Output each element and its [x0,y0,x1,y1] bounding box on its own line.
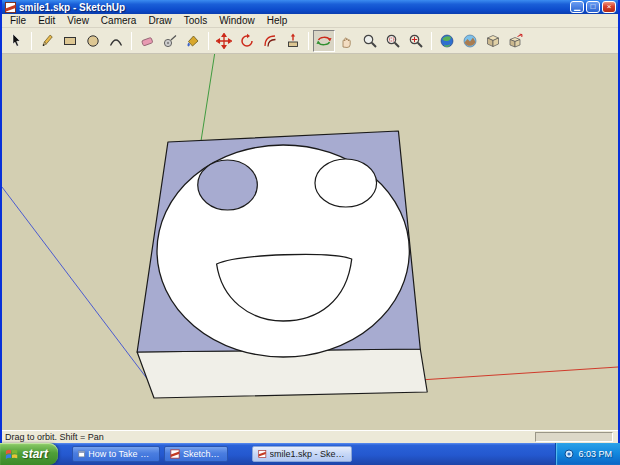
status-bar: Drag to orbit. Shift = Pan [2,430,618,443]
model-viewport[interactable] [2,54,618,430]
menu-camera[interactable]: Camera [95,15,143,26]
select-icon [8,33,24,49]
terrain-globe-icon [462,33,478,49]
taskbar-button-browser[interactable]: How to Take a Scree... [72,446,160,462]
start-label: start [22,447,48,461]
taskbar-clock[interactable]: 6:03 PM [578,449,612,459]
taskbar-button-smile1-active[interactable]: smile1.skp - SketchUp [252,446,352,462]
minimize-button[interactable]: ▁ [570,1,584,13]
tape-measure-tool-button[interactable] [159,30,181,52]
sketchup-window: smile1.skp - SketchUp ▁ □ × File Edit Vi… [0,0,620,443]
rectangle-icon [62,33,78,49]
menu-file[interactable]: File [4,15,32,26]
orbit-tool-button[interactable] [313,30,335,52]
zoom-extents-tool-button[interactable] [405,30,427,52]
pencil-icon [39,33,55,49]
taskbar-button-label: SketchUp [183,449,222,459]
paint-bucket-icon [185,33,201,49]
smiley-right-eye[interactable] [315,159,377,207]
circle-icon [85,33,101,49]
add-location-tool-button[interactable] [436,30,458,52]
toolbar-separator [131,32,132,50]
drawing-canvas[interactable] [2,54,618,430]
toolbar-separator [308,32,309,50]
menu-bar: File Edit View Camera Draw Tools Window … [2,14,618,28]
move-icon [216,33,232,49]
component-box-icon [485,33,501,49]
menu-draw[interactable]: Draw [142,15,177,26]
sketchup-icon [170,449,180,459]
title-bar[interactable]: smile1.skp - SketchUp ▁ □ × [2,0,618,14]
eraser-icon [139,33,155,49]
toolbar-separator [431,32,432,50]
tape-measure-icon [162,33,178,49]
toolbar-separator [208,32,209,50]
windows-flag-icon [5,448,19,461]
taskbar-button-label: smile1.skp - SketchUp [270,449,346,459]
rectangle-tool-button[interactable] [59,30,81,52]
arc-tool-button[interactable] [105,30,127,52]
system-tray: 6:03 PM [555,443,620,465]
menu-help[interactable]: Help [261,15,294,26]
offset-icon [262,33,278,49]
toolbar [2,28,618,54]
taskbar-button-label: How to Take a Scree... [88,449,154,459]
share-box-icon [508,33,524,49]
menu-edit[interactable]: Edit [32,15,61,26]
move-tool-button[interactable] [213,30,235,52]
share-model-tool-button[interactable] [505,30,527,52]
taskbar-button-sketchup[interactable]: SketchUp [164,446,228,462]
smiley-left-eye[interactable] [198,160,258,210]
zoom-icon [362,33,378,49]
zoom-window-icon [385,33,401,49]
windows-taskbar: start How to Take a Scree... SketchUp sm… [0,443,620,465]
globe-icon [439,33,455,49]
select-tool-button[interactable] [5,30,27,52]
close-button[interactable]: × [602,1,616,13]
zoom-window-tool-button[interactable] [382,30,404,52]
document-icon [78,449,85,459]
eraser-tool-button[interactable] [136,30,158,52]
get-models-tool-button[interactable] [482,30,504,52]
menu-window[interactable]: Window [213,15,261,26]
start-button[interactable]: start [0,443,58,465]
zoom-extents-icon [408,33,424,49]
offset-tool-button[interactable] [259,30,281,52]
window-title: smile1.skp - SketchUp [19,2,570,13]
app-icon [5,2,16,13]
pan-hand-icon [339,33,355,49]
maximize-button[interactable]: □ [586,1,600,13]
desktop: smile1.skp - SketchUp ▁ □ × File Edit Vi… [0,0,620,465]
rotate-icon [239,33,255,49]
zoom-tool-button[interactable] [359,30,381,52]
toggle-terrain-tool-button[interactable] [459,30,481,52]
measurements-box[interactable] [535,432,613,442]
pan-tool-button[interactable] [336,30,358,52]
orbit-icon [316,33,332,49]
push-pull-icon [285,33,301,49]
rotate-tool-button[interactable] [236,30,258,52]
circle-tool-button[interactable] [82,30,104,52]
menu-view[interactable]: View [61,15,95,26]
tray-icon[interactable] [564,449,574,459]
toolbar-separator [31,32,32,50]
status-hint: Drag to orbit. Shift = Pan [5,432,535,442]
sketchup-icon [258,449,267,459]
arc-icon [108,33,124,49]
menu-tools[interactable]: Tools [178,15,213,26]
push-pull-tool-button[interactable] [282,30,304,52]
paint-bucket-tool-button[interactable] [182,30,204,52]
line-tool-button[interactable] [36,30,58,52]
